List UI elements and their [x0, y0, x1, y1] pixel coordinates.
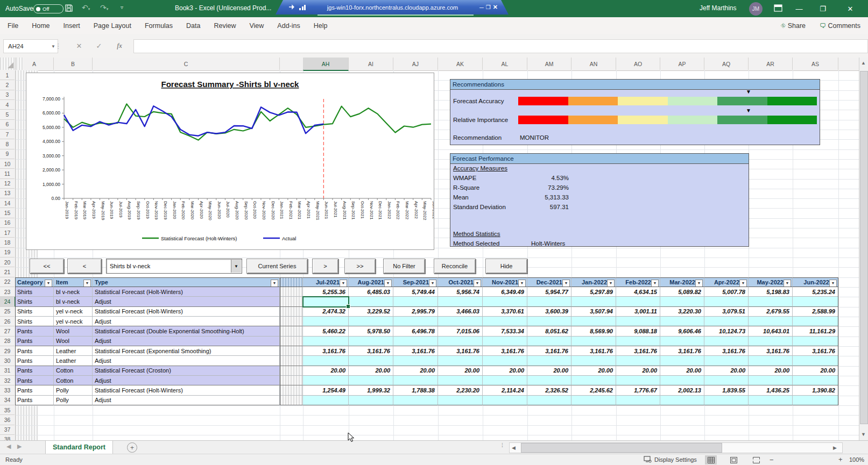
cell-AS26[interactable] [793, 317, 838, 326]
table-header-Nov-2021[interactable]: Nov-2021▼ [483, 277, 527, 287]
cell-AI24[interactable] [349, 297, 393, 306]
cell-AI34[interactable] [349, 396, 393, 405]
cell-AQ33[interactable]: 1,839.55 [704, 385, 749, 395]
cell-AH33[interactable]: 1,254.49 [303, 385, 349, 395]
tab-splitter-handle[interactable]: ⁞ [502, 442, 504, 448]
cell-AL33[interactable]: 2,114.24 [483, 385, 527, 395]
row-header-37[interactable]: 37 [0, 425, 15, 435]
filter-dropdown-icon-Nov-2021[interactable]: ▼ [518, 280, 526, 287]
ribbon-tab-page-layout[interactable]: Page Layout [94, 22, 131, 30]
table-header-Feb-2022[interactable]: Feb-2022▼ [616, 277, 660, 287]
row-header-10[interactable]: 10 [0, 159, 15, 169]
scroll-left-icon[interactable]: ◀ [512, 445, 516, 450]
cell-AN25[interactable]: 3,507.94 [571, 307, 616, 317]
row-header-31[interactable]: 31 [0, 366, 15, 376]
cell-AR26[interactable] [749, 317, 793, 326]
share-button[interactable]: ⛗ Share [781, 22, 806, 30]
cell-AO33[interactable]: 1,776.67 [616, 385, 660, 395]
table-header-May-2022[interactable]: May-2022▼ [749, 277, 793, 287]
close-button[interactable]: ✕ [841, 0, 859, 17]
cell-AJ33[interactable]: 1,788.38 [393, 385, 438, 395]
series-dropdown[interactable]: Shirts bl v-neck ▼ [106, 259, 242, 274]
cell-type-row27[interactable]: Statistical Forecast (Double Exponential… [93, 326, 280, 336]
first-series-button[interactable]: << [30, 259, 64, 274]
cell-type-row33[interactable]: Statistical Forecast (Holt-Winters) [93, 385, 280, 395]
zoom-in-icon[interactable]: + [838, 455, 843, 463]
table-header-Sep-2021[interactable]: Sep-2021▼ [393, 277, 438, 287]
cell-AN29[interactable]: 3,161.76 [571, 346, 616, 356]
cell-AO25[interactable]: 3,001.11 [616, 307, 660, 317]
cell-AN23[interactable]: 5,297.89 [571, 287, 616, 297]
ribbon-tab-add-ins[interactable]: Add-ins [277, 22, 300, 30]
table-header-category[interactable]: Category▼ [15, 277, 54, 287]
column-header-AQ[interactable]: AQ [704, 58, 749, 70]
row-header-4[interactable]: 4 [0, 100, 15, 110]
row-header-9[interactable]: 9 [0, 149, 15, 159]
cell-AK27[interactable]: 7,015.06 [438, 326, 483, 336]
normal-view-icon[interactable] [705, 455, 717, 464]
row-header-19[interactable]: 19 [0, 248, 15, 257]
filter-dropdown-icon-Feb-2022[interactable]: ▼ [651, 280, 659, 287]
cell-AH28[interactable] [303, 337, 349, 346]
column-header-AO[interactable]: AO [616, 58, 660, 70]
cell-item-row33[interactable]: Polly [54, 385, 93, 395]
column-header-A[interactable]: A [15, 58, 54, 70]
cell-type-row23[interactable]: Statistical Forecast (Holt-Winters) [93, 287, 280, 297]
cell-AH31[interactable]: 20.00 [303, 366, 349, 376]
cell-AS31[interactable]: 20.00 [793, 366, 838, 376]
cell-AP25[interactable]: 3,220.30 [660, 307, 704, 317]
cell-category-row25[interactable]: Shirts [15, 307, 54, 317]
table-header-type[interactable]: Type▼ [93, 277, 280, 287]
row-header-25[interactable]: 25 [0, 307, 15, 317]
column-header-AS[interactable]: AS [793, 58, 838, 70]
cell-AQ23[interactable]: 5,007.78 [704, 287, 749, 297]
ribbon-tab-insert[interactable]: Insert [63, 22, 80, 30]
column-header-B[interactable]: B [54, 58, 93, 70]
cell-AM30[interactable] [527, 356, 571, 366]
cell-AQ30[interactable] [704, 356, 749, 366]
cell-AQ27[interactable]: 10,124.73 [704, 326, 749, 336]
cell-AO27[interactable]: 9,088.18 [616, 326, 660, 336]
column-header-AJ[interactable]: AJ [393, 58, 438, 70]
cell-AH29[interactable]: 3,161.76 [303, 346, 349, 356]
filter-dropdown-icon-Jul-2021[interactable]: ▼ [340, 280, 347, 287]
cell-AO34[interactable] [616, 396, 660, 405]
cell-AO24[interactable] [616, 297, 660, 306]
cell-AJ26[interactable] [393, 317, 438, 326]
row-header-36[interactable]: 36 [0, 415, 15, 425]
cell-AI29[interactable]: 3,161.76 [349, 346, 393, 356]
cell-AO30[interactable] [616, 356, 660, 366]
restore-button[interactable]: ❐ [814, 0, 832, 17]
table-header-item[interactable]: Item▼ [54, 277, 93, 287]
row-header-2[interactable]: 2 [0, 80, 15, 90]
filter-dropdown-icon-May-2022[interactable]: ▼ [784, 280, 791, 287]
filter-dropdown-icon-Oct-2021[interactable]: ▼ [474, 280, 481, 287]
avatar[interactable]: JM [749, 2, 763, 16]
filter-dropdown-icon-Mar-2022[interactable]: ▼ [695, 280, 703, 287]
vertical-scrollbar-thumb[interactable] [860, 71, 868, 424]
cell-AR32[interactable] [749, 376, 793, 385]
cell-AI23[interactable]: 6,485.03 [349, 287, 393, 297]
cell-AP34[interactable] [660, 396, 704, 405]
column-header-AL[interactable]: AL [483, 58, 527, 70]
customize-qat-icon[interactable]: ▿ [121, 4, 123, 10]
ribbon-tab-data[interactable]: Data [186, 22, 200, 30]
filter-dropdown-icon-Aug-2021[interactable]: ▼ [384, 280, 392, 287]
ribbon-tab-review[interactable]: Review [214, 22, 236, 30]
page-break-view-icon[interactable] [750, 455, 762, 464]
cell-AS25[interactable]: 2,588.99 [793, 307, 838, 317]
display-settings-label[interactable]: Display Settings [654, 456, 697, 463]
cell-AL32[interactable] [483, 376, 527, 385]
cell-AL30[interactable] [483, 356, 527, 366]
cell-AH34[interactable] [303, 396, 349, 405]
cell-AO23[interactable]: 4,634.15 [616, 287, 660, 297]
save-icon[interactable] [65, 4, 73, 15]
cell-AM24[interactable] [527, 297, 571, 306]
hide-button[interactable]: Hide [485, 259, 527, 274]
zoom-out-icon[interactable]: − [770, 456, 774, 464]
cell-AM33[interactable]: 2,326.52 [527, 385, 571, 395]
cell-AS32[interactable] [793, 376, 838, 385]
cell-AH27[interactable]: 5,460.22 [303, 326, 349, 336]
cell-AR25[interactable]: 2,679.55 [749, 307, 793, 317]
cell-category-row27[interactable]: Pants [15, 326, 54, 336]
